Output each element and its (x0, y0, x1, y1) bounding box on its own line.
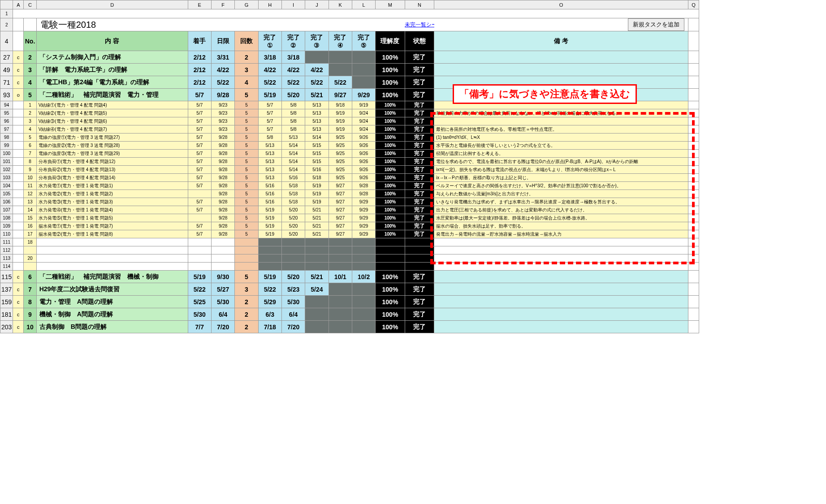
sub-row[interactable]: 963V結線③(電力・管理 4 配電 問題6)5/79/2355/75/85/1… (0, 117, 699, 125)
major-row[interactable]: 159c8電力・管理 A問題の理解5/255/3025/295/30100%完了 (0, 296, 699, 308)
table-header: 4 No. 内 容 着手 日限 回数 完了 ① 完了 ② 完了 ③ 完了 ④ 完… (0, 31, 699, 51)
sub-row-empty[interactable]: 11320 (0, 254, 699, 263)
spreadsheet[interactable]: ACD EFG HIJ KLM NOQ 1 2 電験一種2018 未完一覧シート… (0, 0, 699, 333)
row-number[interactable]: 2 (0, 18, 13, 31)
sub-row[interactable]: 10512水力発電②(電力・管理 1 発電 問題2)9/2855/165/185… (0, 190, 699, 198)
sub-row[interactable]: 952V結線②(電力・管理 4 配電 問題5)5/79/2355/75/85/1… (0, 109, 699, 117)
major-row[interactable]: 115c6「二種戦術」 補完問題演習 機械・制御5/199/3055/195/2… (0, 271, 699, 283)
major-row[interactable]: 137c7H29年度二次試験過去問復習5/225/2735/225/235/24… (0, 283, 699, 296)
sub-row[interactable]: 996電線の強度②(電力・管理 3 送電 問題28)5/79/2855/135/… (0, 142, 699, 150)
sub-row-empty[interactable]: 114 (0, 263, 699, 271)
sub-row[interactable]: 1029分布負荷②(電力・管理 4 配電 問題13)5/79/2855/135/… (0, 166, 699, 174)
link-incomplete[interactable]: 未完一覧シートへ (405, 22, 434, 28)
sub-row[interactable]: 10310分布負荷③(電力・管理 4 配電 問題14)5/79/2855/135… (0, 174, 699, 182)
sub-row[interactable]: 10916揚水発電①(電力・管理 1 発電 問題7)5/79/2855/195/… (0, 222, 699, 230)
annotation-callout: 「備考」に気づきや注意点を書き込む (453, 84, 637, 104)
sub-row-empty[interactable]: 11118 (0, 238, 699, 246)
major-row[interactable]: 27c2「システム制御入門」の理解2/123/3123/183/18100%完了 (0, 51, 699, 64)
sub-row[interactable]: 11017揚水発電②(電力・管理 1 発電 問題8)5/79/2855/195/… (0, 230, 699, 238)
sub-row[interactable]: 974V結線④(電力・管理 4 配電 問題7)5/79/2355/75/85/1… (0, 125, 699, 134)
major-row[interactable]: 181c9機械・制御 A問題の理解5/306/426/36/4100%完了 (0, 308, 699, 321)
add-task-button[interactable]: 新規タスクを追加 (628, 18, 684, 31)
sub-row[interactable]: 10613水力発電③(電力・管理 1 発電 問題3)5/79/2855/165/… (0, 198, 699, 206)
row-number[interactable]: 1 (0, 9, 13, 18)
page-title: 電験一種2018 (36, 18, 188, 31)
sub-row[interactable]: 10411水力発電①(電力・管理 1 発電 問題1)5/79/2855/165/… (0, 182, 699, 190)
sub-row[interactable]: 10714水力発電④(電力・管理 1 発電 問題4)5/79/2855/195/… (0, 206, 699, 214)
sub-row[interactable]: 10815水力発電⑤(電力・管理 1 発電 問題5)9/2855/195/205… (0, 214, 699, 222)
major-row[interactable]: 203c10古典制御 B問題の理解7/77/2027/187/20100%完了 (0, 321, 699, 333)
sub-row[interactable]: 1018分布負荷①(電力・管理 4 配電 問題12)5/79/2855/135/… (0, 158, 699, 166)
major-row[interactable]: 49c3「詳解 電力系統工学」の理解2/124/2234/224/224/221… (0, 64, 699, 76)
sub-row[interactable]: 985電線の強度①(電力・管理 3 送電 問題27)5/79/2855/85/1… (0, 134, 699, 142)
sub-row[interactable]: 1007電線の強度③(電力・管理 3 送電 問題29)5/79/2855/135… (0, 150, 699, 158)
sub-row-empty[interactable]: 112 (0, 246, 699, 254)
column-headers[interactable]: ACD EFG HIJ KLM NOQ (0, 0, 699, 9)
